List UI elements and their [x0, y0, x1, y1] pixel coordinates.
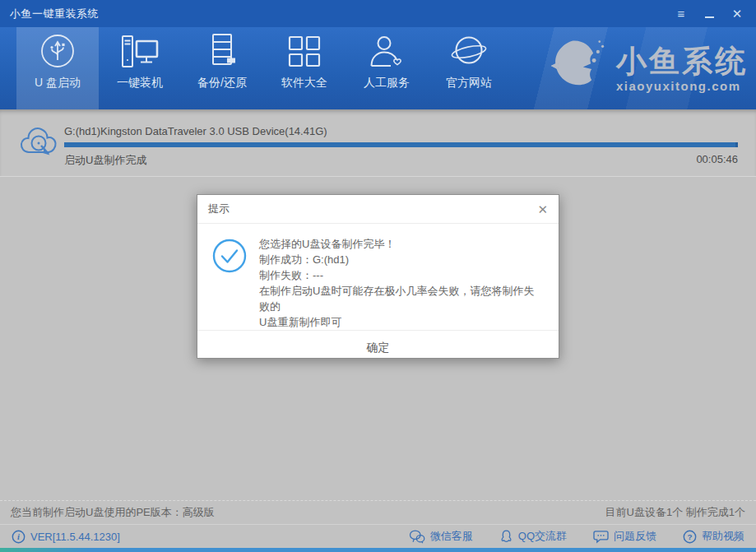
fish-logo-icon [549, 35, 610, 104]
version-info[interactable]: i VER[11.5.44.1230] [12, 530, 120, 544]
apps-icon [287, 35, 322, 69]
success-check-icon [212, 239, 247, 330]
window-controls: ≡ ✕ [674, 7, 746, 21]
progress-bar-fill [64, 142, 738, 147]
progress-bar [64, 142, 738, 147]
help-video-link[interactable]: ? 帮助视频 [683, 529, 744, 544]
dialog-title: 提示 [208, 202, 230, 216]
footer-link-label: QQ交流群 [518, 529, 567, 544]
nav-item-label: 软件大全 [281, 76, 327, 90]
nav-item-support[interactable]: 人工服务 [346, 27, 428, 109]
nav-item-backup-restore[interactable]: 备份/还原 [181, 27, 263, 109]
footer-links: 微信客服 QQ交流群 问题反馈 ? [409, 529, 744, 544]
minimize-icon [705, 16, 714, 18]
nav-item-software[interactable]: 软件大全 [263, 27, 346, 109]
dialog-message: 您选择的U盘设备制作完毕！ 制作成功：G:(hd1) 制作失败：--- 在制作启… [259, 236, 544, 330]
computer-icon [120, 35, 160, 69]
minimize-button[interactable] [702, 7, 717, 21]
logo-title: 小鱼系统 [616, 46, 748, 77]
menu-button[interactable]: ≡ [674, 7, 689, 21]
usb-device-label: G:(hd1)Kingston DataTraveler 3.0 USB Dev… [64, 125, 738, 137]
dialog-close-button[interactable]: ✕ [537, 203, 548, 216]
nav-item-label: U 盘启动 [35, 76, 81, 90]
logo-subtitle: xiaoyuxitong.com [616, 79, 748, 93]
footer-bar: i VER[11.5.44.1230] 微信客服 QQ交流群 [0, 524, 756, 548]
dialog-message-line: U盘重新制作即可 [259, 314, 544, 330]
nav-item-one-click-install[interactable]: 一键装机 [99, 27, 181, 109]
svg-text:i: i [17, 532, 20, 541]
dialog-message-line: 您选择的U盘设备制作完毕！ [259, 236, 544, 252]
dialog-message-line: 制作成功：G:(hd1) [259, 252, 544, 267]
bottom-accent-strip [0, 548, 756, 552]
logo-text: 小鱼系统 xiaoyuxitong.com [616, 46, 748, 93]
close-icon: ✕ [537, 202, 548, 216]
website-icon [450, 33, 488, 69]
nav-item-label: 备份/还原 [197, 76, 247, 90]
title-bar: 小鱼一键重装系统 ≡ ✕ [0, 0, 756, 27]
progress-meta: 启动U盘制作完成 00:05:46 [64, 153, 738, 168]
footer-link-label: 问题反馈 [614, 529, 656, 544]
support-icon [368, 35, 406, 69]
progress-content: G:(hd1)Kingston DataTraveler 3.0 USB Dev… [64, 109, 738, 168]
dialog-header: 提示 ✕ [197, 195, 559, 224]
status-bar: 您当前制作启动U盘使用的PE版本：高级版 目前U盘设备1个 制作完成1个 [0, 500, 756, 524]
cloud-gauge-icon [19, 121, 63, 165]
progress-status-text: 启动U盘制作完成 [64, 153, 146, 168]
ok-button-label: 确定 [367, 341, 390, 355]
feedback-link[interactable]: 问题反馈 [593, 529, 656, 544]
footer-link-label: 微信客服 [430, 529, 473, 544]
usb-device-count-status: 目前U盘设备1个 制作完成1个 [605, 505, 745, 520]
window-title: 小鱼一键重装系统 [10, 7, 99, 21]
wechat-icon [409, 530, 425, 544]
nav-item-label: 人工服务 [364, 76, 410, 90]
elapsed-time: 00:05:46 [696, 153, 738, 168]
wechat-service-link[interactable]: 微信客服 [409, 529, 473, 544]
qq-group-link[interactable]: QQ交流群 [499, 529, 567, 544]
feedback-icon [593, 530, 609, 544]
close-button[interactable]: ✕ [730, 7, 744, 21]
dialog-message-line: 制作失败：--- [259, 267, 544, 283]
help-icon: ? [683, 530, 697, 544]
dialog-message-line: 在制作启动U盘时可能存在极小几率会失败，请您将制作失败的 [259, 283, 544, 314]
backup-icon [206, 33, 239, 69]
pe-version-status: 您当前制作启动U盘使用的PE版本：高级版 [11, 505, 215, 520]
usb-icon [39, 33, 76, 69]
nav-bar: U 盘启动 一键装机 备份/还原 [0, 27, 756, 109]
nav-item-label: 官方网站 [446, 76, 492, 90]
svg-text:?: ? [687, 532, 692, 541]
close-icon: ✕ [732, 7, 743, 21]
qq-icon [499, 529, 513, 544]
dialog-body: 您选择的U盘设备制作完毕！ 制作成功：G:(hd1) 制作失败：--- 在制作启… [197, 224, 559, 330]
usb-progress-section: G:(hd1)Kingston DataTraveler 3.0 USB Dev… [0, 109, 756, 177]
info-icon: i [12, 530, 26, 544]
nav-item-usb-boot[interactable]: U 盘启动 [16, 27, 99, 109]
version-label: VER[11.5.44.1230] [30, 531, 120, 543]
nav-item-label: 一键装机 [117, 76, 163, 90]
tip-dialog: 提示 ✕ 您选择的U盘设备制作完毕！ 制作成功：G:(hd1) 制作失败：---… [197, 194, 559, 359]
footer-link-label: 帮助视频 [702, 529, 744, 544]
brand-logo: 小鱼系统 xiaoyuxitong.com [549, 35, 748, 104]
menu-icon: ≡ [678, 7, 685, 21]
main-content-area: 提示 ✕ 您选择的U盘设备制作完毕！ 制作成功：G:(hd1) 制作失败：---… [0, 177, 756, 500]
dialog-ok-button[interactable]: 确定 [197, 330, 559, 364]
nav-item-website[interactable]: 官方网站 [428, 27, 510, 109]
